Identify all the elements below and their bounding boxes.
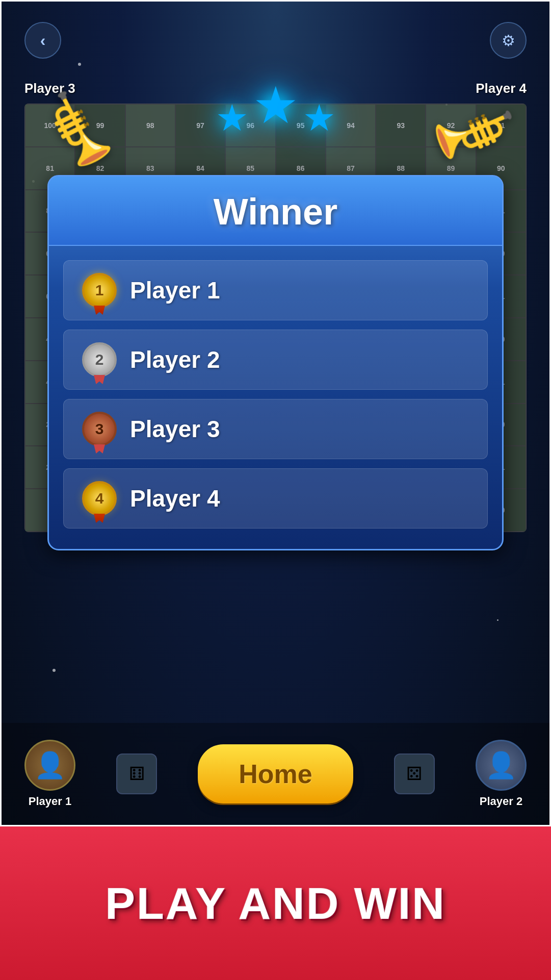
- player-name-2: Player 2: [130, 346, 220, 373]
- player-2-bottom-label: Player 2: [480, 795, 522, 808]
- player-1-avatar-circle: 👤: [24, 740, 75, 791]
- stars-container: ★ ★ ★: [216, 76, 336, 139]
- sparkle-5: [53, 669, 56, 672]
- player-top-right-label: Player 4: [476, 81, 527, 96]
- home-button-label: Home: [239, 759, 312, 789]
- player-name-3: Player 3: [130, 415, 220, 443]
- medal-ribbon-3: [94, 444, 105, 454]
- sparkle-1: [78, 63, 81, 66]
- sparkle-4: [497, 619, 498, 621]
- main-container: ‹ ⚙ Player 3 Player 4 100 99 98 97 96 95…: [0, 0, 551, 980]
- player-1-bottom-label: Player 1: [29, 795, 71, 808]
- back-button[interactable]: ‹: [24, 22, 61, 59]
- star-center-icon: ★: [253, 76, 299, 135]
- home-button[interactable]: Home: [198, 744, 353, 803]
- player-name-4: Player 4: [130, 485, 220, 512]
- settings-button[interactable]: ⚙: [490, 22, 527, 59]
- medal-1: 1: [79, 270, 120, 311]
- star-right-icon: ★: [303, 96, 336, 139]
- winner-header: Winner: [49, 177, 502, 246]
- players-list: 1 Player 1 2 Player 2 3: [49, 246, 502, 529]
- player-row-3: 3 Player 3: [63, 399, 488, 459]
- player-row-2: 2 Player 2: [63, 330, 488, 390]
- player-row-1: 1 Player 1: [63, 260, 488, 320]
- medal-ribbon-1: [94, 306, 105, 315]
- medal-2: 2: [79, 339, 120, 380]
- player-2-avatar: 👤 Player 2: [476, 740, 527, 808]
- bottom-bar: 👤 Player 1 ⚅ Home ⚄ 👤 Player 2: [2, 723, 549, 825]
- cell: 98: [125, 104, 175, 147]
- medal-4: 4: [79, 478, 120, 519]
- cell: 93: [376, 104, 426, 147]
- game-area: ‹ ⚙ Player 3 Player 4 100 99 98 97 96 95…: [0, 0, 551, 826]
- player-2-avatar-circle: 👤: [476, 740, 527, 791]
- winner-modal: Winner 1 Player 1 2 Play: [47, 175, 504, 550]
- star-left-icon: ★: [216, 96, 249, 139]
- bottom-banner: Play And Win: [0, 826, 551, 980]
- dice-right: ⚄: [394, 753, 435, 794]
- medal-ribbon-4: [94, 514, 105, 523]
- medal-circle-1: 1: [82, 273, 117, 308]
- medal-circle-3: 3: [82, 412, 117, 446]
- player-row-4: 4 Player 4: [63, 468, 488, 529]
- medal-circle-4: 4: [82, 481, 117, 516]
- medal-ribbon-2: [94, 375, 105, 384]
- dice-left: ⚅: [116, 753, 157, 794]
- winner-title: Winner: [214, 191, 337, 232]
- back-icon: ‹: [40, 31, 46, 50]
- player-name-1: Player 1: [130, 277, 220, 304]
- medal-3: 3: [79, 409, 120, 449]
- banner-text: Play And Win: [105, 877, 445, 929]
- medal-circle-2: 2: [82, 342, 117, 377]
- player-1-avatar: 👤 Player 1: [24, 740, 75, 808]
- settings-icon: ⚙: [502, 32, 515, 49]
